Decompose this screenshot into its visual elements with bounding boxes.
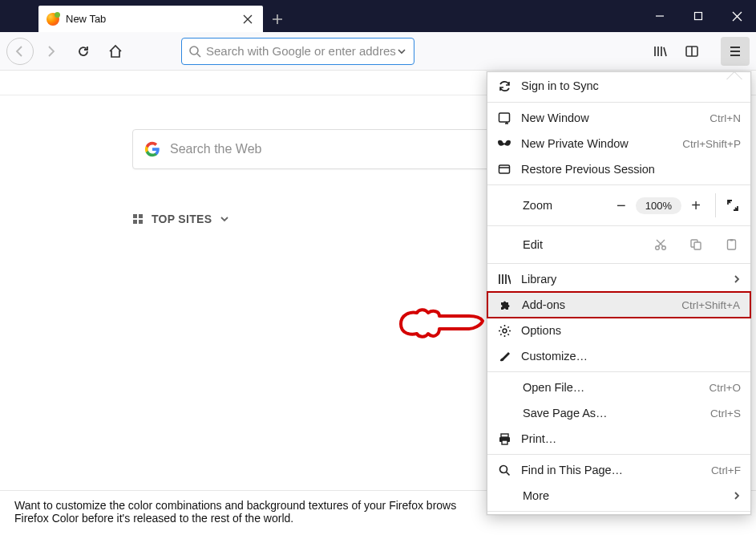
zoom-out-button[interactable]: −	[607, 193, 636, 217]
svg-rect-7	[499, 113, 510, 122]
window-controls	[641, 0, 756, 32]
reload-button[interactable]	[69, 37, 98, 66]
svg-rect-0	[695, 13, 702, 20]
svg-point-10	[662, 246, 666, 250]
app-menu: Sign in to Sync New Window Ctrl+N New Pr…	[487, 71, 751, 515]
svg-rect-16	[501, 434, 508, 437]
menu-print[interactable]: Print…	[487, 426, 750, 452]
menu-restore-session[interactable]: Restore Previous Session	[487, 156, 750, 182]
google-icon	[144, 141, 160, 157]
grid-icon	[132, 213, 144, 225]
fullscreen-button[interactable]	[715, 193, 744, 217]
sidebar-button[interactable]	[677, 37, 706, 66]
browser-tab[interactable]: New Tab	[38, 6, 263, 32]
menu-private-window[interactable]: New Private Window Ctrl+Shift+P	[487, 131, 750, 156]
paste-button[interactable]	[714, 238, 749, 251]
menu-find[interactable]: Find in This Page… Ctrl+F	[487, 457, 750, 483]
firefox-favicon-icon	[46, 13, 59, 26]
svg-rect-4	[139, 214, 143, 218]
menu-library[interactable]: Library	[487, 266, 750, 292]
home-button[interactable]	[101, 37, 130, 66]
svg-rect-12	[694, 242, 701, 249]
search-icon	[497, 464, 511, 476]
menu-edit-row: Edit	[487, 229, 750, 261]
svg-point-1	[190, 47, 198, 55]
chevron-right-icon	[733, 491, 741, 501]
restore-icon	[497, 163, 511, 176]
forward-button[interactable]	[37, 37, 66, 66]
top-sites-label: TOP SITES	[152, 213, 212, 225]
svg-point-19	[500, 466, 507, 473]
menu-addons[interactable]: Add-ons Ctrl+Shift+A	[487, 291, 751, 318]
url-bar[interactable]	[181, 38, 414, 65]
mask-icon	[497, 140, 511, 148]
chevron-right-icon	[733, 274, 741, 284]
zoom-level[interactable]: 100%	[636, 197, 681, 214]
svg-point-15	[503, 329, 507, 333]
svg-rect-13	[727, 240, 735, 249]
menu-zoom-row: Zoom − 100% +	[487, 188, 750, 223]
menu-more[interactable]: More	[487, 483, 750, 509]
address-input[interactable]	[206, 44, 396, 58]
menu-new-window[interactable]: New Window Ctrl+N	[487, 105, 750, 131]
svg-rect-14	[730, 239, 733, 241]
close-tab-button[interactable]	[241, 12, 255, 26]
title-bar: New Tab	[0, 0, 756, 32]
svg-rect-18	[502, 440, 507, 444]
search-icon	[188, 45, 201, 58]
cut-button[interactable]	[643, 238, 678, 251]
pointing-hand-annotation	[393, 302, 485, 347]
svg-rect-8	[499, 165, 510, 173]
brush-icon	[497, 350, 511, 363]
svg-rect-5	[133, 220, 137, 224]
svg-rect-6	[139, 220, 143, 224]
zoom-in-button[interactable]: +	[681, 193, 710, 217]
maximize-button[interactable]	[679, 0, 718, 32]
app-menu-button[interactable]	[721, 37, 750, 66]
sync-icon	[497, 79, 511, 93]
chevron-down-icon[interactable]	[220, 214, 229, 224]
library-button[interactable]	[645, 37, 674, 66]
window-icon	[497, 111, 511, 124]
svg-point-9	[656, 246, 660, 250]
menu-open-file[interactable]: Open File… Ctrl+O	[487, 375, 750, 400]
close-window-button[interactable]	[718, 0, 756, 32]
print-icon	[497, 432, 511, 446]
library-icon	[497, 273, 511, 286]
copy-button[interactable]	[678, 238, 714, 251]
new-tab-button[interactable]	[263, 6, 292, 32]
tab-title: New Tab	[66, 13, 241, 25]
puzzle-icon	[498, 298, 512, 312]
back-button[interactable]	[6, 38, 34, 65]
svg-rect-3	[133, 214, 137, 218]
minimize-button[interactable]	[641, 0, 679, 32]
menu-save-page[interactable]: Save Page As… Ctrl+S	[487, 400, 750, 426]
chevron-down-icon[interactable]	[396, 46, 407, 57]
menu-sign-in[interactable]: Sign in to Sync	[487, 72, 750, 99]
menu-options[interactable]: Options	[487, 318, 750, 343]
gear-icon	[497, 324, 511, 338]
navigation-toolbar	[0, 32, 756, 71]
menu-customize[interactable]: Customize…	[487, 343, 750, 369]
